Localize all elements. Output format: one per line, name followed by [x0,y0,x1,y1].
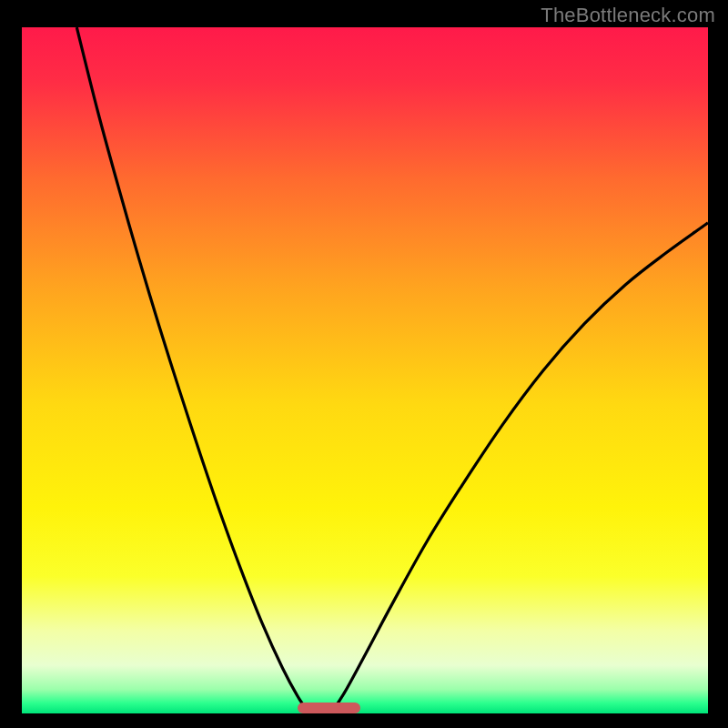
optimum-marker [298,703,360,713]
chart-frame: TheBottleneck.com [0,0,728,728]
plot-area [22,27,708,713]
watermark-text: TheBottleneck.com [541,4,715,27]
gradient-background [22,27,708,713]
plot-svg [22,27,708,713]
